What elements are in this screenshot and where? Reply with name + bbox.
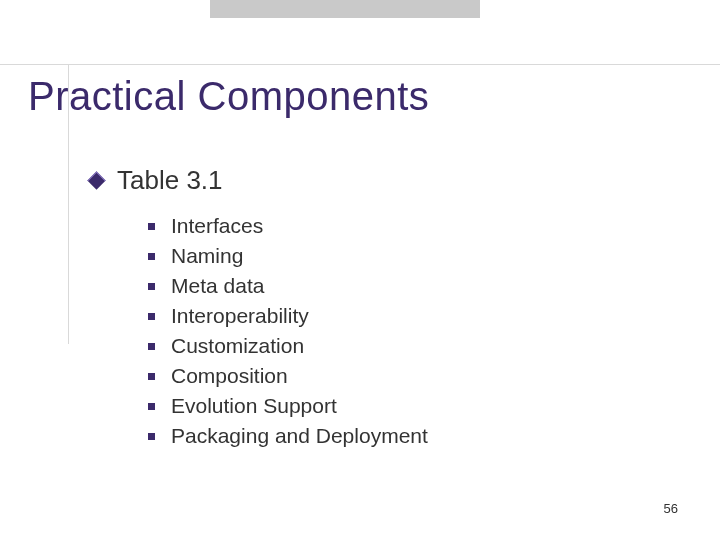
list-item: Interfaces xyxy=(148,214,428,238)
slide-title: Practical Components xyxy=(28,74,429,119)
list-item: Customization xyxy=(148,334,428,358)
list-heading: Table 3.1 xyxy=(117,165,223,196)
top-accent-bar xyxy=(210,0,480,18)
title-underline xyxy=(0,64,720,65)
square-bullet-icon xyxy=(148,343,155,350)
square-bullet-icon xyxy=(148,433,155,440)
list-item: Packaging and Deployment xyxy=(148,424,428,448)
square-bullet-icon xyxy=(148,283,155,290)
list-heading-row: Table 3.1 xyxy=(90,165,428,196)
square-bullet-icon xyxy=(148,223,155,230)
page-number: 56 xyxy=(664,501,678,516)
sub-list: Interfaces Naming Meta data Interoperabi… xyxy=(148,214,428,448)
list-item-label: Composition xyxy=(171,364,288,388)
diamond-bullet-icon xyxy=(87,171,105,189)
list-item: Composition xyxy=(148,364,428,388)
list-item: Meta data xyxy=(148,274,428,298)
list-item-label: Interfaces xyxy=(171,214,263,238)
list-item-label: Packaging and Deployment xyxy=(171,424,428,448)
square-bullet-icon xyxy=(148,373,155,380)
list-item: Interoperability xyxy=(148,304,428,328)
list-item-label: Interoperability xyxy=(171,304,309,328)
list-item-label: Customization xyxy=(171,334,304,358)
list-item: Naming xyxy=(148,244,428,268)
list-item: Evolution Support xyxy=(148,394,428,418)
slide: Practical Components Table 3.1 Interface… xyxy=(0,0,720,540)
content-block: Table 3.1 Interfaces Naming Meta data In… xyxy=(90,165,428,454)
list-item-label: Meta data xyxy=(171,274,264,298)
square-bullet-icon xyxy=(148,313,155,320)
list-item-label: Evolution Support xyxy=(171,394,337,418)
square-bullet-icon xyxy=(148,253,155,260)
list-item-label: Naming xyxy=(171,244,243,268)
square-bullet-icon xyxy=(148,403,155,410)
